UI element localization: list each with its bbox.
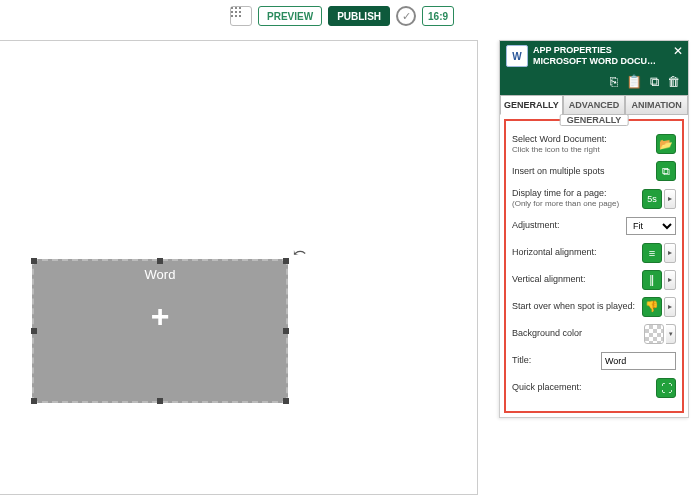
panel-body: GENERALLY Select Word Document: Click th…	[504, 119, 684, 413]
halign-more[interactable]: ▸	[664, 243, 676, 263]
start-over-more[interactable]: ▸	[664, 297, 676, 317]
spot-label: Word	[34, 267, 286, 282]
spot-add-icon[interactable]: +	[34, 300, 286, 332]
title-input[interactable]	[601, 352, 676, 370]
tab-generally[interactable]: GENERALLY	[500, 95, 563, 115]
open-file-button[interactable]: 📂	[656, 134, 676, 154]
panel-header: W APP PROPERTIES MICROSOFT WORD DOCU… ✕	[500, 41, 688, 71]
multi-label: Insert on multiple spots	[512, 166, 656, 177]
panel-title-2: MICROSOFT WORD DOCU…	[533, 56, 656, 67]
bg-color-dropdown[interactable]: ▾	[666, 324, 676, 344]
panel-tabs: GENERALLY ADVANCED ANIMATION	[500, 95, 688, 115]
adjustment-select[interactable]: Fit	[626, 217, 676, 235]
rotate-handle[interactable]: ⤺	[293, 243, 306, 262]
start-over-label: Start over when spot is played:	[512, 301, 642, 312]
panel-title-1: APP PROPERTIES	[533, 45, 656, 56]
paste-icon[interactable]: 📋	[626, 74, 642, 90]
title-label: Title:	[512, 355, 601, 366]
select-doc-label: Select Word Document:	[512, 134, 656, 145]
quick-label: Quick placement:	[512, 382, 656, 393]
resize-handle-ne[interactable]	[283, 258, 289, 264]
tab-advanced[interactable]: ADVANCED	[563, 95, 626, 115]
panel-action-icons: ⎘ 📋 ⧉ 🗑	[500, 71, 688, 95]
canvas-area[interactable]: Word + ⤺	[0, 40, 478, 495]
copy-icon[interactable]: ⎘	[610, 74, 618, 90]
resize-handle-sw[interactable]	[31, 398, 37, 404]
resize-handle-w[interactable]	[31, 328, 37, 334]
resize-handle-se[interactable]	[283, 398, 289, 404]
display-time-sub: (Only for more than one page)	[512, 199, 642, 209]
delete-icon[interactable]: 🗑	[667, 74, 680, 90]
preview-button[interactable]: PREVIEW	[258, 6, 322, 26]
aspect-ratio-button[interactable]: 16:9	[422, 6, 454, 26]
section-title: GENERALLY	[560, 114, 629, 126]
duplicate-icon[interactable]: ⧉	[650, 74, 659, 90]
bg-label: Background color	[512, 328, 644, 339]
tab-animation[interactable]: ANIMATION	[625, 95, 688, 115]
start-over-button[interactable]: 👎	[642, 297, 662, 317]
publish-button[interactable]: PUBLISH	[328, 6, 390, 26]
valign-button[interactable]: ‖	[642, 270, 662, 290]
selected-spot[interactable]: Word + ⤺	[32, 259, 288, 403]
word-app-icon: W	[506, 45, 528, 67]
halign-label: Horizontal alignment:	[512, 247, 642, 258]
select-doc-sub: Click the icon to the right	[512, 145, 656, 155]
valign-more[interactable]: ▸	[664, 270, 676, 290]
grid-toggle-button[interactable]	[230, 6, 252, 26]
panel-close-button[interactable]: ✕	[673, 44, 683, 58]
approve-button[interactable]: ✓	[396, 6, 416, 26]
halign-button[interactable]: ≡	[642, 243, 662, 263]
display-time-label: Display time for a page:	[512, 188, 642, 199]
valign-label: Vertical alignment:	[512, 274, 642, 285]
bg-color-button[interactable]	[644, 324, 664, 344]
resize-handle-e[interactable]	[283, 328, 289, 334]
multi-spots-button[interactable]: ⧉	[656, 161, 676, 181]
adjustment-label: Adjustment:	[512, 220, 626, 231]
top-toolbar: PREVIEW PUBLISH ✓ 16:9	[0, 0, 697, 32]
resize-handle-nw[interactable]	[31, 258, 37, 264]
quick-placement-button[interactable]: ⛶	[656, 378, 676, 398]
resize-handle-n[interactable]	[157, 258, 163, 264]
display-time-button[interactable]: 5s	[642, 189, 662, 209]
resize-handle-s[interactable]	[157, 398, 163, 404]
display-time-more[interactable]: ▸	[664, 189, 676, 209]
properties-panel: W APP PROPERTIES MICROSOFT WORD DOCU… ✕ …	[499, 40, 689, 418]
